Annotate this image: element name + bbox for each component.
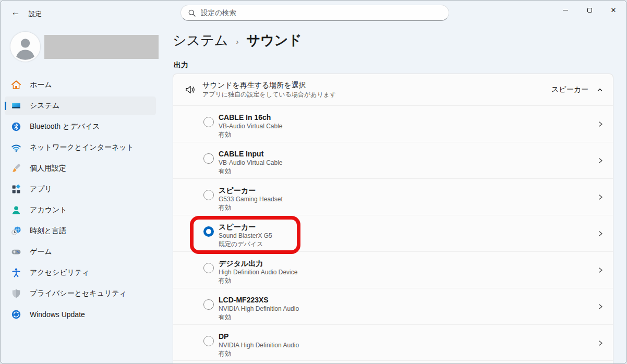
device-row[interactable]: CABLE Input VB-Audio Virtual Cable 有効 <box>173 142 613 178</box>
device-radio[interactable] <box>203 117 214 127</box>
breadcrumb-separator-icon: › <box>236 37 238 46</box>
device-list: CABLE In 16ch VB-Audio Virtual Cable 有効 … <box>173 105 613 361</box>
search-input[interactable] <box>201 9 445 17</box>
output-selector-title: サウンドを再生する場所を選択 <box>202 81 551 90</box>
search-icon <box>188 9 196 17</box>
sidebar-item-label: プライバシーとセキュリティ <box>30 289 127 298</box>
sidebar-item-home[interactable]: ホーム <box>5 76 156 94</box>
chevron-right-icon[interactable] <box>597 303 604 310</box>
device-name: LCD-MF223XS <box>219 296 299 305</box>
privacy-icon <box>11 288 21 299</box>
sidebar-item-label: アクセシビリティ <box>30 268 90 277</box>
chevron-right-icon[interactable] <box>597 193 604 201</box>
chevron-right-icon[interactable] <box>597 339 604 347</box>
breadcrumb-system[interactable]: システム <box>173 31 228 50</box>
maximize-button[interactable] <box>577 1 601 19</box>
device-name: DP <box>219 332 299 341</box>
chevron-up-icon[interactable] <box>596 86 604 93</box>
device-description: Sound BlasterX G5 <box>219 232 272 240</box>
window-controls: ✕ <box>553 1 625 19</box>
accounts-icon <box>11 205 21 215</box>
minimize-button[interactable] <box>553 1 577 19</box>
device-description: VB-Audio Virtual Cable <box>219 123 283 130</box>
device-row[interactable]: LCD-MF223XS NVIDIA High Definition Audio… <box>173 288 613 324</box>
personalization-icon <box>11 163 21 174</box>
output-devices-card: サウンドを再生する場所を選択 アプリに独自の設定をしている場合があります スピー… <box>173 74 613 364</box>
section-label-output: 出力 <box>174 60 188 70</box>
device-status: 有効 <box>219 277 297 285</box>
back-button[interactable]: ← <box>7 4 25 21</box>
device-radio[interactable] <box>203 336 214 346</box>
system-icon <box>11 101 21 111</box>
search-box[interactable] <box>180 5 449 21</box>
device-status: 有効 <box>219 313 299 321</box>
sidebar: ホーム システム Bluetooth とデバイス <box>1 26 166 363</box>
sidebar-item-apps[interactable]: アプリ <box>5 180 156 199</box>
user-account-row[interactable] <box>10 32 159 62</box>
output-selector-header[interactable]: サウンドを再生する場所を選択 アプリに独自の設定をしている場合があります スピー… <box>173 74 613 105</box>
device-name: スピーカー <box>219 186 283 195</box>
apps-icon <box>11 184 21 195</box>
sidebar-item-privacy-security[interactable]: プライバシーとセキュリティ <box>5 284 156 303</box>
device-radio[interactable] <box>203 190 214 200</box>
device-name: デジタル出力 <box>219 259 297 268</box>
breadcrumb: システム › サウンド <box>173 31 302 50</box>
device-name: CABLE Input <box>219 150 283 159</box>
sidebar-item-label: アプリ <box>30 185 52 194</box>
bluetooth-icon <box>11 122 21 132</box>
speaker-icon <box>184 83 197 96</box>
device-row[interactable]: スピーカー G533 Gaming Headset 有効 <box>173 178 613 215</box>
device-name: スピーカー <box>219 223 272 232</box>
sidebar-item-label: Bluetooth とデバイス <box>30 122 100 131</box>
page-title: サウンド <box>246 31 302 50</box>
chevron-right-icon[interactable] <box>597 120 604 128</box>
accessibility-icon <box>11 268 21 278</box>
sidebar-item-label: Windows Update <box>30 310 85 319</box>
sidebar-item-label: ホーム <box>30 80 52 90</box>
device-row[interactable]: DP NVIDIA High Definition Audio 有効 <box>173 324 613 361</box>
device-row[interactable]: デジタル出力 High Definition Audio Device 有効 <box>173 251 613 288</box>
sidebar-item-gaming[interactable]: ゲーム <box>5 242 156 261</box>
chevron-right-icon[interactable] <box>597 157 604 164</box>
gaming-icon <box>11 247 21 257</box>
minimize-icon <box>563 10 568 10</box>
device-row[interactable]: スピーカー Sound BlasterX G5 既定のデバイス <box>173 215 613 251</box>
output-selector-text: サウンドを再生する場所を選択 アプリに独自の設定をしている場合があります <box>202 81 551 99</box>
sidebar-item-label: ネットワークとインターネット <box>30 143 134 152</box>
close-button[interactable]: ✕ <box>601 1 625 19</box>
device-radio[interactable] <box>203 263 214 273</box>
output-selector-subtitle: アプリに独自の設定をしている場合があります <box>202 91 551 99</box>
chevron-right-icon[interactable] <box>597 266 604 274</box>
sidebar-item-label: システム <box>30 101 59 111</box>
device-radio[interactable] <box>203 153 214 164</box>
user-name-redacted <box>44 35 159 59</box>
device-description: G533 Gaming Headset <box>219 196 283 203</box>
device-description: NVIDIA High Definition Audio <box>219 305 299 313</box>
device-status: 有効 <box>219 167 283 175</box>
device-radio[interactable] <box>203 299 214 310</box>
home-icon <box>11 80 21 90</box>
user-avatar <box>10 32 40 62</box>
settings-window: ← 設定 ✕ <box>0 0 627 364</box>
device-description: NVIDIA High Definition Audio <box>219 342 299 349</box>
sidebar-item-personalization[interactable]: 個人用設定 <box>5 159 156 178</box>
network-icon <box>11 142 21 153</box>
chevron-right-icon[interactable] <box>597 230 604 237</box>
device-status: 既定のデバイス <box>219 240 272 248</box>
sidebar-item-time-language[interactable]: 時刻と言語 <box>5 222 156 240</box>
sidebar-item-label: ゲーム <box>30 247 52 257</box>
sidebar-item-label: 時刻と言語 <box>30 226 66 236</box>
app-title: 設定 <box>29 10 42 19</box>
device-row[interactable]: CABLE In 16ch VB-Audio Virtual Cable 有効 <box>173 105 613 142</box>
windows-update-icon <box>11 309 21 320</box>
sidebar-item-bluetooth-devices[interactable]: Bluetooth とデバイス <box>5 117 156 136</box>
sidebar-item-accessibility[interactable]: アクセシビリティ <box>5 263 156 282</box>
sidebar-item-system[interactable]: システム <box>5 96 156 115</box>
sidebar-item-windows-update[interactable]: Windows Update <box>5 305 156 324</box>
sidebar-item-network-internet[interactable]: ネットワークとインターネット <box>5 138 156 157</box>
main-content: システム › サウンド 出力 サウンドを再生する場所を選択 アプリに独自の設定を… <box>173 26 613 363</box>
sidebar-item-accounts[interactable]: アカウント <box>5 201 156 220</box>
sidebar-item-label: アカウント <box>30 205 67 215</box>
device-description: VB-Audio Virtual Cable <box>219 159 283 167</box>
device-radio[interactable] <box>203 226 214 237</box>
